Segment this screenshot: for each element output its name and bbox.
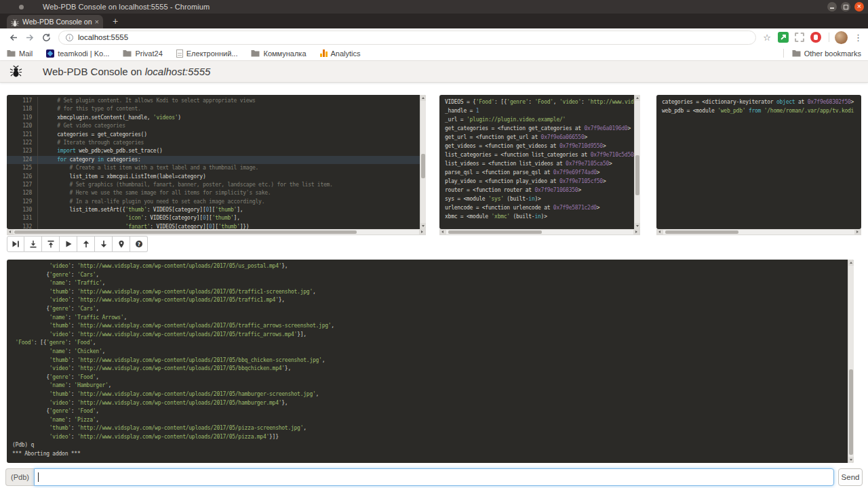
scroll-thumb[interactable]: [14, 230, 357, 234]
bookmark-label: Електронний...: [186, 49, 238, 58]
extension-icon-capture[interactable]: [795, 33, 804, 42]
bookmark-item[interactable]: Analytics: [320, 49, 361, 58]
page-title-host: localhost:5555: [145, 66, 211, 77]
minimize-button[interactable]: [827, 2, 837, 12]
code-row: 121 categories = get_categories(): [7, 131, 420, 139]
code-row: 120 # Get video categories: [7, 122, 420, 130]
app-icon: [19, 5, 24, 9]
locals-lines: categories = <dictionary-keyiterator obj…: [656, 98, 855, 229]
tab-strip: Web-PDB Console on loca × +: [0, 14, 868, 28]
continue-button[interactable]: [60, 236, 77, 252]
globals-vertical-scrollbar[interactable]: [634, 95, 640, 229]
scroll-right-arrow[interactable]: [419, 230, 425, 235]
extension-icon-green[interactable]: [778, 32, 789, 43]
code-row: 131 'icon': VIDEOS[category][0]['thumb']…: [7, 214, 420, 222]
bookmark-label: Коммуналка: [263, 49, 306, 58]
page-info-icon[interactable]: i: [66, 34, 73, 41]
browser-menu-icon[interactable]: ⋮: [854, 33, 863, 43]
globals-horizontal-scrollbar[interactable]: [439, 229, 640, 235]
step-into-button[interactable]: [24, 236, 42, 252]
page-header: Web-PDB Console on localhost:5555: [0, 61, 868, 83]
next-button[interactable]: [7, 236, 24, 252]
bookmark-item[interactable]: Mail: [7, 49, 33, 58]
scroll-up-arrow[interactable]: [848, 260, 854, 266]
bookmark-star-icon[interactable]: ☆: [763, 33, 771, 43]
down-button[interactable]: [95, 236, 113, 252]
step-out-button[interactable]: [42, 236, 60, 252]
send-button[interactable]: Send: [838, 468, 863, 486]
tab-title: Web-PDB Console on loca: [22, 18, 92, 26]
tab-close-icon[interactable]: ×: [95, 18, 99, 26]
other-bookmarks[interactable]: Other bookmarks: [792, 49, 861, 58]
code-vertical-scrollbar[interactable]: [420, 95, 426, 229]
bookmark-items: Mailteamkodi | Ko...Privat24Електронний.…: [7, 49, 361, 58]
code-lines: 117 # Set plugin content. It allows Kodi…: [7, 97, 420, 229]
bookmark-label: teamkodi | Ko...: [58, 49, 109, 58]
bookmark-item[interactable]: teamkodi | Ko...: [46, 49, 109, 58]
current-file-panel: Current file: main.py(124) 117 # Set plu…: [7, 95, 426, 229]
reload-button[interactable]: [38, 30, 54, 45]
close-window-button[interactable]: [854, 2, 864, 12]
locals-horizontal-scrollbar[interactable]: [656, 229, 861, 235]
bookmark-item[interactable]: Privat24: [123, 49, 162, 58]
scroll-thumb[interactable]: [448, 230, 542, 234]
console-output: 'video': 'http://www.vidsplay.com/wp-con…: [7, 262, 852, 463]
text-caret: [38, 472, 39, 482]
code-horizontal-scrollbar[interactable]: [7, 229, 426, 235]
bookmark-item[interactable]: Електронний...: [176, 49, 238, 58]
url-text: localhost:5555: [78, 33, 128, 41]
browser-tab[interactable]: Web-PDB Console on loca ×: [7, 15, 103, 28]
window-titlebar: Web-PDB Console on localhost:5555 - Chro…: [0, 0, 868, 14]
globals-lines: VIDEOS = {'Food': [{'genre': 'Food', 'vi…: [439, 98, 634, 229]
code-row: 130 list_item.setArt({'thumb': VIDEOS[ca…: [7, 206, 420, 214]
extension-icon-blocker[interactable]: [810, 32, 821, 43]
scroll-thumb[interactable]: [635, 155, 639, 195]
other-bookmarks-area: Other bookmarks: [783, 49, 861, 58]
scroll-left-arrow[interactable]: [657, 230, 663, 235]
scroll-down-arrow[interactable]: [848, 457, 854, 463]
new-tab-button[interactable]: +: [113, 16, 118, 26]
page-title-prefix: Web-PDB Console on: [43, 66, 145, 77]
document-icon: [176, 49, 183, 58]
forward-button[interactable]: [22, 30, 38, 45]
scroll-down-arrow[interactable]: [420, 223, 426, 229]
bookmarks-bar: Mailteamkodi | Ko...Privat24Електронний.…: [0, 46, 868, 61]
scroll-right-arrow[interactable]: [854, 230, 861, 235]
bookmark-item[interactable]: Коммуналка: [251, 49, 306, 58]
globals-panel: Globals VIDEOS = {'Food': [{'genre': 'Fo…: [439, 95, 640, 229]
scroll-right-arrow[interactable]: [633, 230, 639, 235]
bug-favicon: [11, 18, 19, 26]
help-button[interactable]: ?: [130, 236, 148, 252]
scroll-left-arrow[interactable]: [7, 230, 14, 235]
scroll-up-arrow[interactable]: [420, 95, 426, 101]
scroll-left-arrow[interactable]: [440, 230, 446, 235]
console-vertical-scrollbar[interactable]: [848, 260, 854, 463]
code-row: 124 for category in categories:: [7, 156, 420, 164]
bookmarks-separator: [783, 49, 784, 58]
page-title: Web-PDB Console on localhost:5555: [43, 66, 210, 77]
bookmark-label: Privat24: [135, 49, 162, 58]
up-button[interactable]: [77, 236, 95, 252]
scroll-thumb[interactable]: [421, 154, 425, 178]
back-button[interactable]: [5, 30, 22, 45]
scroll-down-arrow[interactable]: [635, 223, 640, 229]
maximize-button[interactable]: [841, 2, 850, 12]
address-bar[interactable]: i localhost:5555: [58, 30, 756, 45]
kodi-icon: [46, 49, 54, 58]
scroll-thumb[interactable]: [849, 369, 853, 455]
toolbar-separator: [829, 33, 829, 42]
window-controls: [827, 2, 864, 12]
bookmark-label: Mail: [19, 49, 33, 58]
code-row: 128 # Here we use the same image for all…: [7, 189, 420, 197]
code-row: 127 # Set graphics (thumbnail, fanart, b…: [7, 181, 420, 189]
scroll-thumb[interactable]: [665, 230, 738, 234]
browser-toolbar: i localhost:5555 ☆ ⋮: [0, 28, 868, 46]
scroll-up-arrow[interactable]: [635, 95, 640, 101]
debug-toolbar: ?: [7, 236, 148, 252]
profile-avatar[interactable]: [835, 31, 848, 44]
pdb-command-input[interactable]: [34, 468, 834, 486]
pdb-console-panel: PDB Console 'video': 'http://www.vidspla…: [7, 260, 854, 463]
screen: Web-PDB Console on localhost:5555 - Chro…: [0, 0, 868, 488]
folder-icon: [7, 49, 16, 57]
where-button[interactable]: [113, 236, 130, 252]
